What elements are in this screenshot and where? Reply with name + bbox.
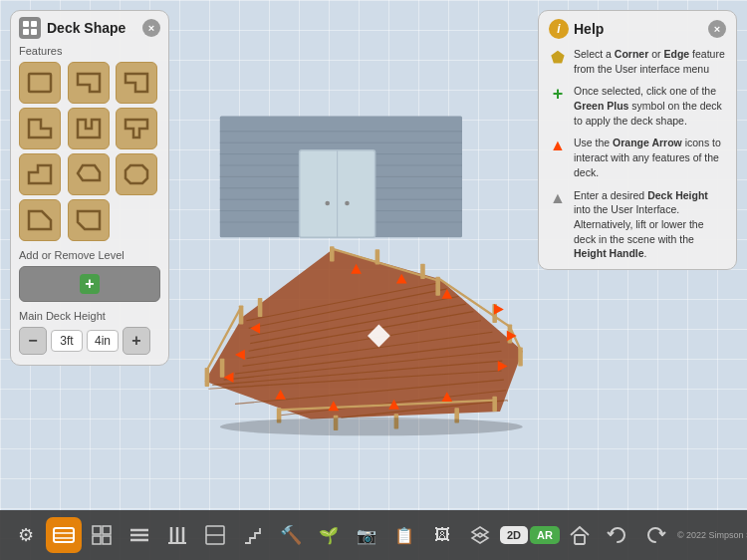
help-items: ⬟ Select a Corner or Edge feature from t… xyxy=(549,47,726,261)
help-text-plus: Once selected, click one of the Green Pl… xyxy=(574,84,726,128)
svg-rect-33 xyxy=(220,359,225,378)
shape-button-hex[interactable] xyxy=(68,153,110,195)
add-remove-label: Add or Remove Level xyxy=(19,249,160,261)
svg-rect-77 xyxy=(103,536,111,544)
main-deck-label: Main Deck Height xyxy=(19,310,160,322)
help-item-arrow: ▲ Use the Orange Arrow icons to interact… xyxy=(549,136,726,179)
svg-point-13 xyxy=(325,201,330,206)
plant-icon-button[interactable]: 🌱 xyxy=(311,517,347,553)
panel-close-button[interactable]: × xyxy=(142,19,160,37)
height-feet-value[interactable]: 3ft xyxy=(51,330,83,352)
svg-rect-66 xyxy=(23,21,29,27)
height-inches-value[interactable]: 4in xyxy=(87,330,119,352)
shape-button-corner[interactable] xyxy=(116,62,157,104)
svg-rect-32 xyxy=(258,298,263,317)
camera-icon-button[interactable]: 📷 xyxy=(349,517,384,553)
height-decrease-button[interactable]: − xyxy=(19,327,47,355)
svg-rect-69 xyxy=(31,29,37,35)
shape-button-l[interactable] xyxy=(19,108,61,149)
shape-button-free2[interactable] xyxy=(68,199,110,241)
stairs-icon-button[interactable] xyxy=(235,517,271,553)
svg-rect-41 xyxy=(518,347,523,366)
svg-rect-67 xyxy=(31,21,37,27)
help-item-plus: + Once selected, click one of the Green … xyxy=(549,84,726,128)
shape-button-u[interactable] xyxy=(68,108,110,149)
svg-rect-39 xyxy=(492,397,497,412)
help-item-height: ▲ Enter a desired Deck Height into the U… xyxy=(549,188,726,261)
help-item-corner: ⬟ Select a Corner or Edge feature from t… xyxy=(549,47,726,76)
white-arrow-icon: ▲ xyxy=(549,189,567,207)
railing-icon-button[interactable] xyxy=(197,517,233,553)
ar-button[interactable]: ar xyxy=(530,526,560,544)
svg-marker-63 xyxy=(494,304,504,315)
shape-button-t[interactable] xyxy=(116,108,157,149)
svg-rect-74 xyxy=(93,526,101,534)
svg-point-65 xyxy=(220,418,523,435)
deck-icon-button[interactable] xyxy=(46,517,82,553)
posts-icon-button[interactable] xyxy=(159,517,195,553)
settings-icon-button[interactable]: ⚙ xyxy=(8,517,44,553)
help-header: i Help × xyxy=(549,19,726,39)
green-plus-icon: + xyxy=(549,85,567,103)
shape-button-rect[interactable] xyxy=(19,62,61,104)
shape-grid xyxy=(19,62,160,241)
toolbar-icons-left: ⚙ xyxy=(8,517,673,553)
redo-icon-button[interactable] xyxy=(637,517,673,553)
svg-rect-68 xyxy=(23,29,29,35)
add-level-button[interactable]: + xyxy=(19,266,160,302)
help-text-arrow: Use the Orange Arrow icons to interact w… xyxy=(574,136,726,179)
panel-header: Deck Shape × xyxy=(19,17,160,39)
help-close-button[interactable]: × xyxy=(708,20,726,38)
svg-marker-87 xyxy=(472,527,488,537)
boards-icon-button[interactable] xyxy=(122,517,157,553)
deck-scene[interactable] xyxy=(159,20,538,500)
2d-button[interactable]: 2d xyxy=(500,526,528,544)
height-increase-button[interactable]: + xyxy=(123,327,150,355)
frame-icon-button[interactable] xyxy=(84,517,120,553)
help-panel: i Help × ⬟ Select a Corner or Edge featu… xyxy=(538,10,737,270)
tools-icon-button[interactable]: 🔨 xyxy=(273,517,309,553)
reset-icon-button[interactable] xyxy=(600,517,635,553)
shape-button-angled[interactable] xyxy=(19,153,61,195)
shape-button-free1[interactable] xyxy=(19,199,61,241)
height-control: − 3ft 4in + xyxy=(19,327,160,355)
help-title: Help xyxy=(574,21,604,37)
shape-button-notch[interactable] xyxy=(68,62,110,104)
svg-marker-88 xyxy=(472,533,488,543)
clipboard-icon-button[interactable]: 📋 xyxy=(386,517,422,553)
copyright-text: © 2022 Simpson Strong-Tie Company, Inc. xyxy=(677,530,747,540)
deck-panel-icon xyxy=(19,17,41,39)
plus-icon: + xyxy=(80,274,100,294)
svg-rect-89 xyxy=(575,535,585,544)
bottom-toolbar: ⚙ xyxy=(0,510,747,560)
svg-point-14 xyxy=(345,201,350,206)
orange-arrow-icon: ▲ xyxy=(549,137,567,154)
svg-rect-71 xyxy=(54,528,74,542)
shape-button-oct[interactable] xyxy=(116,153,157,195)
layers-icon-button[interactable] xyxy=(462,517,498,553)
help-text-height: Enter a desired Deck Height into the Use… xyxy=(574,188,726,261)
help-icon: i xyxy=(549,19,569,39)
svg-rect-31 xyxy=(205,368,210,387)
svg-rect-70 xyxy=(29,74,51,92)
photos-icon-button[interactable]: 🖼 xyxy=(424,517,460,553)
svg-rect-75 xyxy=(103,526,111,534)
features-label: Features xyxy=(19,45,160,57)
house-icon-button[interactable] xyxy=(562,517,598,553)
deck-shape-panel: Deck Shape × Features xyxy=(10,10,169,366)
bookmark-icon: ⬟ xyxy=(549,48,567,66)
svg-rect-76 xyxy=(93,536,101,544)
help-text-corner: Select a Corner or Edge feature from the… xyxy=(574,47,726,76)
panel-title: Deck Shape xyxy=(47,20,125,36)
